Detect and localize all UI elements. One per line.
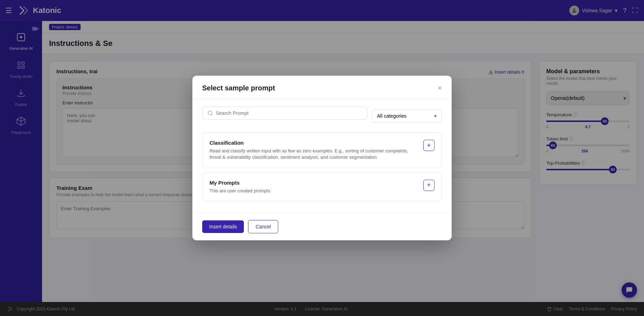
category-select[interactable]: All categories ▾ (372, 109, 442, 123)
my-prompts-title: My Prompts (210, 180, 418, 186)
my-prompts-add-button[interactable]: + (423, 180, 434, 191)
modal-body: All categories ▾ Classification Read and… (192, 99, 452, 213)
modal-title: Select sample prompt (202, 84, 275, 92)
category-label: All categories (377, 113, 406, 119)
search-row: All categories ▾ (202, 107, 442, 125)
modal-close-button[interactable]: × (438, 84, 442, 92)
classification-prompt-card[interactable]: Classification Read and classify written… (202, 132, 442, 168)
select-prompt-modal: Select sample prompt × All categories ▾ (192, 76, 452, 240)
my-prompts-card[interactable]: My Prompts This are user created prompts… (202, 172, 442, 201)
svg-point-9 (208, 111, 212, 115)
search-icon (207, 110, 213, 116)
classification-desc: Read and classify written input with as … (210, 148, 418, 160)
my-prompts-desc: This are user created prompts (210, 188, 418, 194)
classification-title: Classification (210, 140, 418, 146)
cancel-button[interactable]: Cancel (248, 220, 278, 233)
classification-add-button[interactable]: + (423, 140, 434, 151)
insert-details-button[interactable]: Insert details (202, 220, 244, 233)
modal-footer: Insert details Cancel (192, 213, 452, 240)
search-bar (202, 107, 368, 120)
my-prompts-card-content: My Prompts This are user created prompts (210, 180, 418, 194)
search-input[interactable] (216, 110, 362, 116)
modal-overlay[interactable]: Select sample prompt × All categories ▾ (0, 0, 644, 316)
category-chevron-icon: ▾ (434, 113, 437, 119)
classification-card-content: Classification Read and classify written… (210, 140, 418, 160)
modal-header: Select sample prompt × (192, 76, 452, 99)
